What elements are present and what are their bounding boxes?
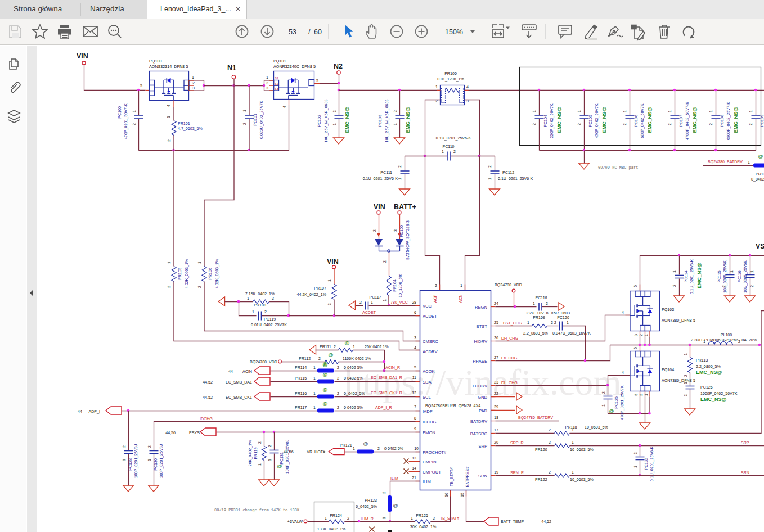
svg-text:1: 1	[748, 160, 750, 164]
svg-text:24: 24	[494, 301, 498, 305]
svg-text:PC125: PC125	[614, 396, 619, 409]
svg-text:1: 1	[532, 110, 537, 112]
svg-text:0_0402_5%: 0_0402_5%	[751, 177, 764, 182]
svg-text:2: 2	[272, 296, 274, 300]
svg-text:REGN: REGN	[475, 305, 487, 310]
svg-text:PMON: PMON	[423, 430, 435, 435]
svg-text:1: 1	[672, 270, 677, 273]
svg-text:BATT_TEMP: BATT_TEMP	[501, 520, 524, 524]
svg-text:CMPOUT: CMPOUT	[423, 470, 441, 475]
svg-text:ILIM: ILIM	[423, 479, 431, 484]
svg-text:PC100: PC100	[118, 106, 122, 119]
svg-text:2: 2	[192, 81, 195, 85]
svg-text:1: 1	[435, 85, 438, 89]
svg-text:2: 2	[672, 285, 677, 287]
svg-text:44: 44	[228, 369, 233, 374]
svg-text:2: 2	[132, 123, 137, 125]
svg-text:S3: S3	[275, 87, 278, 91]
svg-text:1: 1	[730, 270, 734, 273]
svg-text:BQ24780_BATDRV: BQ24780_BATDRV	[708, 160, 743, 164]
svg-text:PR100: PR100	[444, 71, 457, 76]
svg-text:2: 2	[488, 165, 492, 168]
svg-text:2: 2	[601, 391, 606, 394]
svg-text:3: 3	[192, 86, 195, 90]
svg-text:IADP: IADP	[423, 409, 433, 414]
svg-text:2: 2	[383, 260, 387, 263]
svg-text:2: 2	[266, 81, 268, 85]
svg-text:PR124: PR124	[330, 513, 342, 518]
svg-text:1: 1	[398, 178, 402, 180]
svg-text:SRP: SRP	[478, 444, 487, 449]
svg-text:2: 2	[709, 123, 713, 125]
svg-text:1: 1	[411, 516, 413, 520]
svg-text:SRN_R: SRN_R	[510, 471, 524, 475]
svg-text:2: 2	[327, 303, 332, 305]
svg-text:PC111: PC111	[380, 170, 392, 175]
svg-text:ACIN_R: ACIN_R	[385, 366, 400, 370]
svg-text:EMC_NS@: EMC_NS@	[556, 107, 562, 133]
svg-text:PHASE: PHASE	[473, 359, 487, 364]
svg-text:0.01_1206_1%: 0.01_1206_1%	[437, 77, 464, 82]
svg-text:EMC_NS@: EMC_NS@	[696, 369, 722, 375]
svg-text:@: @	[393, 503, 398, 508]
svg-text:6800P_0402_25V7-K: 6800P_0402_25V7-K	[726, 102, 731, 140]
svg-text:2.2_0805_5%: 2.2_0805_5%	[696, 364, 721, 369]
svg-text:2: 2	[684, 394, 688, 396]
svg-text:PQ103: PQ103	[662, 308, 674, 312]
svg-text:6: 6	[414, 310, 416, 314]
svg-text:5: 5	[316, 79, 318, 83]
svg-text:1: 1	[197, 262, 202, 264]
svg-text:@: @	[323, 361, 328, 367]
svg-text:1: 1	[442, 150, 444, 154]
svg-text:ILIM_R: ILIM_R	[361, 517, 374, 521]
svg-text:2: 2	[332, 110, 337, 112]
svg-text:14: 14	[412, 466, 416, 470]
svg-text:PC126: PC126	[700, 385, 713, 390]
svg-text:0.1U_0201_25V6-K: 0.1U_0201_25V6-K	[650, 447, 654, 482]
svg-text:4: 4	[414, 346, 416, 350]
svg-text:BQ24780_BATDRV: BQ24780_BATDRV	[518, 416, 553, 420]
svg-text:1: 1	[684, 353, 688, 355]
svg-text:SRP_R: SRP_R	[510, 441, 524, 445]
svg-text:2.2_0603_5%: 2.2_0603_5%	[523, 331, 548, 336]
svg-text:@: @	[758, 154, 763, 159]
svg-text:SRN: SRN	[478, 474, 487, 479]
svg-text:1: 1	[749, 110, 753, 112]
svg-text:PC119: PC119	[264, 317, 276, 322]
svg-text:DH_CHG: DH_CHG	[501, 336, 518, 341]
svg-text:BATDRV: BATDRV	[470, 419, 488, 424]
svg-text:HIDRV: HIDRV	[474, 339, 488, 344]
svg-text:VR_HOT#: VR_HOT#	[307, 450, 325, 454]
svg-text:1000P_0402_50V7K: 1000P_0402_50V7K	[700, 391, 738, 396]
svg-text:PR111: PR111	[320, 345, 331, 349]
svg-text:BATPRES#: BATPRES#	[465, 467, 470, 488]
svg-text:1: 1	[644, 394, 649, 396]
svg-text:N1: N1	[227, 64, 236, 72]
svg-text:2: 2	[382, 492, 387, 494]
svg-text:0_0402_5%: 0_0402_5%	[344, 391, 366, 396]
svg-text:CMPIN: CMPIN	[423, 459, 436, 465]
svg-text:PL100: PL100	[721, 333, 732, 337]
svg-text:AON7380_DFN8-5: AON7380_DFN8-5	[662, 318, 695, 323]
svg-text:2: 2	[549, 428, 551, 432]
svg-text:PC105: PC105	[588, 115, 593, 127]
svg-text:44,52: 44,52	[541, 520, 551, 524]
svg-text:PQ104: PQ104	[662, 368, 674, 372]
svg-text:PR120: PR120	[535, 448, 547, 452]
svg-text:SCL: SCL	[423, 395, 431, 400]
svg-text:VIN: VIN	[327, 258, 339, 265]
svg-text:LX_CHG: LX_CHG	[501, 356, 517, 360]
svg-text:1: 1	[353, 447, 355, 450]
svg-text:133K_0402_1%: 133K_0402_1%	[317, 527, 346, 531]
svg-text:3: 3	[393, 229, 398, 232]
svg-text:EMC_NS@: EMC_NS@	[696, 263, 702, 289]
svg-text:11: 11	[412, 376, 416, 380]
svg-text:220P_0402_50V7K: 220P_0402_50V7K	[550, 103, 554, 138]
svg-text:4700P_0402_50V7-K: 4700P_0402_50V7-K	[685, 102, 690, 140]
svg-text:1: 1	[572, 440, 574, 444]
svg-text:2: 2	[258, 441, 262, 444]
svg-text:44,52: 44,52	[203, 380, 213, 385]
svg-text:EMC_NS@: EMC_NS@	[700, 396, 727, 402]
svg-text:10: 10	[414, 447, 419, 450]
svg-text:PSYS: PSYS	[189, 431, 200, 435]
